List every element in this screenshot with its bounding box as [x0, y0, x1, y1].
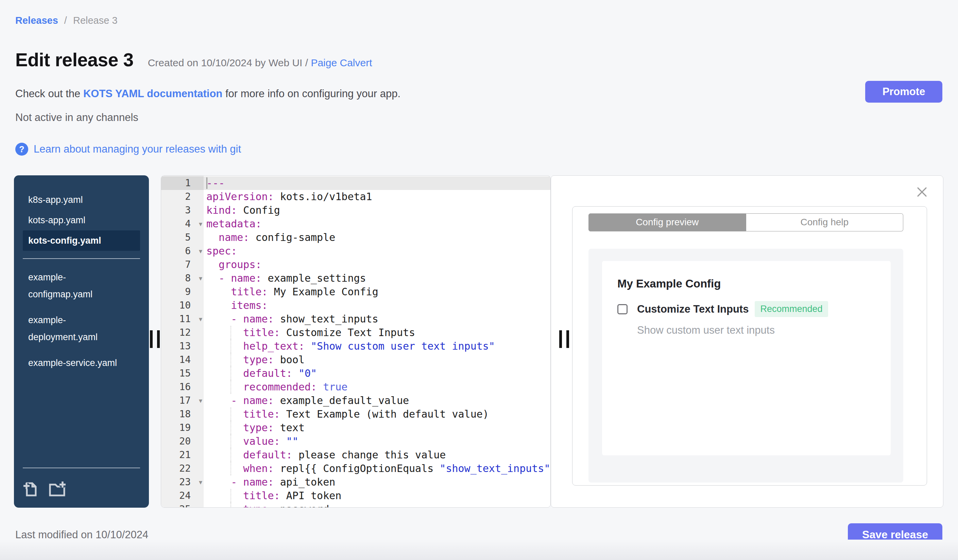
tab-config-preview[interactable]: Config preview [588, 214, 746, 231]
config-checkbox[interactable] [617, 304, 628, 314]
editor-line-16[interactable]: 16 recommended: true [161, 380, 550, 394]
help-question-icon: ? [15, 143, 28, 156]
line-number: 20 [161, 435, 204, 448]
add-folder-icon[interactable] [47, 481, 67, 497]
editor-line-12[interactable]: 12 title: Customize Text Inputs [161, 326, 550, 340]
code-text: - name: api_token [204, 475, 550, 489]
line-number: 13 [161, 340, 204, 353]
fold-arrow-icon[interactable]: ▾ [199, 312, 202, 326]
code-text: apiVersion: kots.io/v1beta1 [204, 190, 550, 204]
tab-config-help[interactable]: Config help [746, 214, 904, 231]
editor-line-23[interactable]: 23▾ - name: api_token [161, 475, 550, 489]
last-modified-text: Last modified on 10/10/2024 [15, 529, 148, 541]
created-subtitle: Created on 10/10/2024 by Web UI / Paige … [148, 57, 372, 69]
breadcrumb-releases-link[interactable]: Releases [15, 15, 58, 26]
line-number: 16 [161, 380, 204, 394]
code-text: type: text [204, 421, 550, 435]
doc-hint: Check out the KOTS YAML documentation fo… [15, 88, 400, 100]
editor-line-15[interactable]: 15 default: "0" [161, 367, 550, 380]
created-text: Created on 10/10/2024 by Web UI / [148, 57, 311, 68]
code-text: --- [204, 176, 550, 190]
line-number: 10 [161, 299, 204, 312]
line-number: 11▾ [161, 312, 204, 326]
line-number: 4▾ [161, 217, 204, 231]
fold-arrow-icon[interactable]: ▾ [199, 394, 202, 407]
fold-arrow-icon[interactable]: ▾ [199, 272, 202, 285]
save-release-button[interactable]: Save release [848, 523, 942, 546]
config-preview-pane: Config previewConfig help My Example Con… [551, 176, 944, 508]
git-help-link[interactable]: Learn about managing your releases with … [34, 143, 241, 155]
editor-line-9[interactable]: 9 title: My Example Config [161, 285, 550, 299]
preview-tabs: Config previewConfig help [588, 214, 903, 231]
author-link[interactable]: Paige Calvert [311, 57, 372, 68]
code-text: - name: example_default_value [204, 394, 550, 407]
editor-line-19[interactable]: 19 type: text [161, 421, 550, 435]
editor-line-25[interactable]: 25 type: password [161, 503, 550, 508]
channel-status: Not active in any channels [15, 111, 138, 124]
preview-card: Config previewConfig help My Example Con… [572, 206, 927, 486]
editor-line-21[interactable]: 21 default: please change this value [161, 448, 550, 462]
code-text: - name: example_settings [204, 272, 550, 285]
code-text: default: "0" [204, 367, 550, 380]
add-file-icon[interactable] [23, 481, 38, 497]
editor-line-18[interactable]: 18 title: Text Example (with default val… [161, 407, 550, 421]
config-item-row: Customize Text Inputs Recommended [617, 301, 828, 317]
code-text: help_text: "Show custom user text inputs… [204, 340, 550, 353]
code-text: title: Text Example (with default value) [204, 407, 550, 421]
editor-line-20[interactable]: 20 value: "" [161, 435, 550, 448]
code-text: metadata: [204, 217, 550, 231]
editor-line-1[interactable]: 1--- [161, 176, 550, 190]
editor-line-4[interactable]: 4▾metadata: [161, 217, 550, 231]
line-number: 18 [161, 407, 204, 421]
line-number: 24 [161, 489, 204, 503]
editor-line-5[interactable]: 5 name: config-sample [161, 231, 550, 244]
file-tree-sidebar: k8s-app.yamlkots-app.yamlkots-config.yam… [14, 176, 149, 508]
editor-line-24[interactable]: 24 title: API token [161, 489, 550, 503]
file-item-kots-app.yaml[interactable]: kots-app.yaml [23, 210, 135, 230]
file-item-example-deployment.yaml[interactable]: example-deployment.yaml [23, 308, 133, 349]
line-number: 6▾ [161, 244, 204, 258]
file-item-kots-config.yaml[interactable]: kots-config.yaml [23, 230, 140, 251]
code-text: when: repl{{ ConfigOptionEquals "show_te… [204, 462, 550, 475]
editor-line-22[interactable]: 22 when: repl{{ ConfigOptionEquals "show… [161, 462, 550, 475]
code-editor[interactable]: 1---2apiVersion: kots.io/v1beta13kind: C… [161, 176, 551, 508]
config-group-card: My Example Config Customize Text Inputs … [602, 261, 891, 456]
editor-line-7[interactable]: 7 groups: [161, 258, 550, 272]
code-text: name: config-sample [204, 231, 550, 244]
breadcrumb-current: Release 3 [73, 15, 117, 26]
editor-line-13[interactable]: 13 help_text: "Show custom user text inp… [161, 340, 550, 353]
close-icon[interactable] [916, 186, 928, 198]
file-item-example-configmap.yaml[interactable]: example-configmap.yaml [23, 266, 133, 306]
line-number: 9 [161, 285, 204, 299]
text-cursor [206, 177, 207, 189]
resize-handle-left[interactable] [150, 330, 160, 348]
page-title: Edit release 3 [15, 49, 133, 71]
code-text: kind: Config [204, 204, 550, 217]
code-text: type: bool [204, 353, 550, 367]
editor-line-2[interactable]: 2apiVersion: kots.io/v1beta1 [161, 190, 550, 204]
fold-arrow-icon[interactable]: ▾ [199, 475, 202, 489]
sidebar-divider [23, 468, 140, 468]
file-item-example-service.yaml[interactable]: example-service.yaml [23, 351, 133, 375]
kots-yaml-doc-link[interactable]: KOTS YAML documentation [83, 88, 222, 100]
file-list-primary: k8s-app.yamlkots-app.yamlkots-config.yam… [23, 190, 140, 251]
breadcrumb: Releases / Release 3 [15, 15, 117, 26]
line-number: 3 [161, 204, 204, 217]
editor-line-14[interactable]: 14 type: bool [161, 353, 550, 367]
code-text: items: [204, 299, 550, 312]
editor-line-8[interactable]: 8▾ - name: example_settings [161, 272, 550, 285]
editor-line-3[interactable]: 3kind: Config [161, 204, 550, 217]
code-text: - name: show_text_inputs [204, 312, 550, 326]
fold-arrow-icon[interactable]: ▾ [199, 217, 202, 231]
editor-line-17[interactable]: 17▾ - name: example_default_value [161, 394, 550, 407]
promote-button[interactable]: Promote [865, 81, 942, 103]
resize-handle-right[interactable] [559, 330, 569, 348]
editor-line-6[interactable]: 6▾spec: [161, 244, 550, 258]
fold-arrow-icon[interactable]: ▾ [199, 244, 202, 258]
file-item-k8s-app.yaml[interactable]: k8s-app.yaml [23, 190, 135, 210]
editor-line-11[interactable]: 11▾ - name: show_text_inputs [161, 312, 550, 326]
line-number: 8▾ [161, 272, 204, 285]
code-text: title: Customize Text Inputs [204, 326, 550, 340]
editor-line-10[interactable]: 10 items: [161, 299, 550, 312]
line-number: 17▾ [161, 394, 204, 407]
